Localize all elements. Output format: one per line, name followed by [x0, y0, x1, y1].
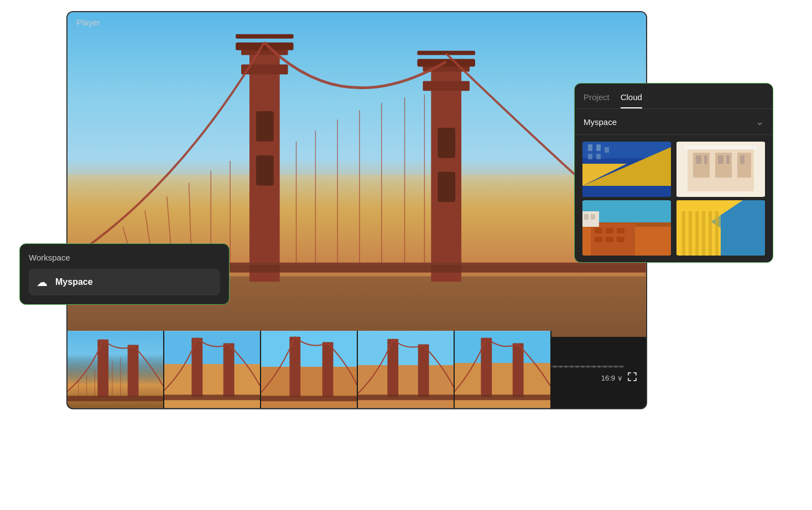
film-frame [455, 331, 551, 408]
panel-tabs: Project Cloud [575, 84, 773, 109]
panel-image-grid [575, 135, 773, 262]
chevron-down-icon: ⌄ [756, 116, 764, 128]
svg-rect-12 [438, 172, 455, 202]
fullscreen-button[interactable] [627, 372, 637, 384]
svg-rect-75 [696, 155, 701, 164]
svg-rect-65 [588, 144, 592, 151]
svg-rect-90 [617, 237, 624, 242]
film-scene [455, 331, 550, 408]
svg-rect-87 [617, 228, 624, 233]
svg-rect-77 [718, 155, 723, 164]
svg-rect-42 [164, 364, 260, 408]
svg-rect-54 [418, 345, 429, 397]
svg-rect-92 [584, 214, 589, 220]
svg-rect-100 [695, 211, 699, 256]
workspace-title: Workspace [29, 253, 220, 262]
tab-cloud[interactable]: Cloud [621, 92, 642, 108]
svg-rect-78 [726, 155, 730, 164]
grid-thumb-4[interactable] [675, 200, 766, 256]
svg-rect-52 [358, 365, 454, 408]
svg-rect-7 [236, 34, 293, 39]
svg-rect-50 [261, 395, 357, 401]
cloud-icon: ☁ [37, 275, 48, 289]
film-frame [164, 331, 261, 408]
tab-project[interactable]: Project [584, 92, 610, 108]
aspect-ratio-button[interactable]: 16:9 ∨ [601, 374, 623, 382]
panel-dropdown-label: Myspace [584, 117, 617, 127]
svg-rect-86 [606, 228, 613, 233]
svg-rect-34 [128, 345, 139, 397]
workspace-item[interactable]: ☁ Myspace [29, 269, 220, 295]
grid-thumb-3[interactable] [581, 200, 672, 256]
svg-rect-101 [702, 211, 705, 256]
svg-rect-59 [513, 344, 524, 397]
svg-rect-57 [455, 363, 550, 408]
film-frame [261, 331, 358, 408]
svg-rect-99 [689, 211, 692, 256]
svg-rect-44 [223, 344, 235, 397]
svg-rect-80 [685, 146, 757, 149]
film-scene [164, 331, 260, 408]
svg-rect-85 [595, 228, 602, 233]
svg-rect-102 [709, 211, 712, 256]
filmstrip[interactable] [67, 331, 576, 408]
workspace-item-name: Myspace [55, 277, 93, 287]
workspace-popup: Workspace ☁ Myspace [19, 243, 230, 305]
film-scene [67, 331, 163, 408]
svg-rect-69 [596, 154, 601, 159]
svg-rect-66 [596, 144, 601, 151]
svg-rect-47 [261, 367, 357, 408]
panel-dropdown[interactable]: Myspace ⌄ [575, 109, 773, 135]
svg-rect-93 [591, 214, 595, 220]
svg-rect-79 [740, 155, 745, 164]
svg-rect-45 [164, 394, 260, 400]
player-label: Player [76, 18, 100, 27]
grid-thumb-1[interactable] [581, 142, 672, 197]
svg-rect-67 [605, 147, 609, 153]
grid-thumb-2[interactable] [675, 142, 766, 197]
svg-rect-11 [438, 128, 455, 158]
svg-rect-49 [322, 342, 334, 397]
svg-rect-88 [595, 237, 602, 242]
svg-rect-40 [67, 395, 163, 401]
film-scene [358, 331, 454, 408]
svg-rect-5 [256, 155, 274, 186]
film-frame [67, 331, 164, 408]
player-container: Player [66, 11, 647, 409]
aspect-ratio-chevron: ∨ [617, 374, 623, 382]
svg-rect-89 [606, 237, 613, 242]
film-scene [261, 331, 357, 408]
svg-rect-4 [256, 111, 274, 142]
svg-rect-76 [704, 155, 707, 164]
aspect-ratio-label: 16:9 [601, 374, 615, 382]
svg-rect-103 [715, 211, 719, 256]
svg-rect-10 [423, 81, 470, 91]
svg-rect-98 [682, 211, 685, 256]
svg-rect-55 [358, 394, 454, 400]
film-frame [358, 331, 455, 408]
svg-rect-60 [455, 394, 550, 400]
svg-rect-68 [588, 154, 592, 159]
cloud-panel: Project Cloud Myspace ⌄ [574, 83, 773, 263]
